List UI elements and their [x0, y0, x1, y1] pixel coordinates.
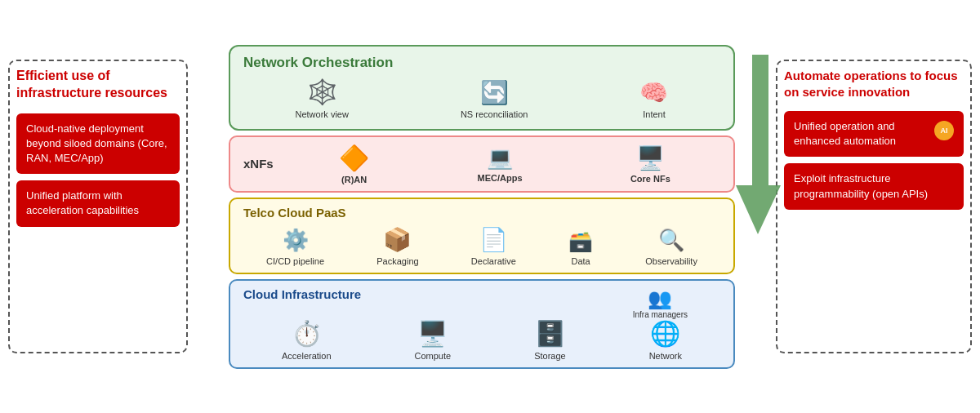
data-item: 🗃️ Data	[568, 230, 593, 266]
storage-item: 🗄️ Storage	[534, 319, 566, 361]
network-icon: 🌐	[650, 319, 680, 348]
network-label: Network	[649, 351, 682, 361]
left-box-1: Cloud-native deployment beyond siloed do…	[16, 113, 180, 175]
right-panel-title: Automate operations to focus on service …	[784, 68, 964, 100]
intent-label: Intent	[643, 109, 666, 119]
network-orchestration-title: Network Orchestration	[243, 55, 720, 71]
cicd-icon: ⚙️	[283, 228, 309, 253]
core-nfs-label: Core NFs	[630, 174, 670, 184]
declarative-item: 📄 Declarative	[471, 226, 516, 266]
declarative-icon: 📄	[479, 226, 508, 253]
right-panel: Automate operations to focus on service …	[776, 60, 972, 353]
compute-item: 🖥️ Compute	[415, 319, 452, 361]
xnfs-icons: 🔶 (R)AN 💻 MEC/Apps 🖥️ Core NFs	[289, 144, 720, 184]
right-box-2-text: Exploit infrastructure programmability (…	[794, 171, 954, 201]
ran-item: 🔶 (R)AN	[339, 144, 369, 184]
left-panel: Efficient use of infrastructure resource…	[8, 60, 188, 353]
infra-managers-icon: 👥	[648, 287, 672, 310]
svg-marker-0	[736, 55, 781, 234]
mec-label: MEC/Apps	[478, 173, 523, 183]
left-box-2: Unified platform with acceleration capab…	[16, 180, 180, 226]
right-box-1-text: Unified operation and enhanced automatio…	[794, 119, 929, 149]
cloud-infra-title: Cloud Infrastructure	[243, 287, 361, 301]
ns-reconciliation-label: NS reconciliation	[461, 109, 528, 119]
compute-label: Compute	[415, 351, 452, 361]
storage-label: Storage	[534, 351, 566, 361]
acceleration-icon: ⏱️	[292, 319, 322, 348]
packaging-item: 📦 Packaging	[376, 226, 418, 266]
data-label: Data	[571, 256, 590, 266]
telco-paas-title: Telco Cloud PaaS	[243, 206, 720, 220]
data-icon: 🗃️	[568, 230, 593, 253]
declarative-label: Declarative	[471, 256, 516, 266]
xnfs-box: xNFs 🔶 (R)AN 💻 MEC/Apps 🖥️ Core NFs	[229, 135, 735, 193]
cicd-item: ⚙️ CI/CD pipeline	[266, 228, 324, 266]
ran-label: (R)AN	[341, 175, 367, 184]
ns-reconciliation-item: 🔄 NS reconciliation	[461, 79, 528, 119]
ran-icon: 🔶	[339, 144, 369, 172]
mec-icon: 💻	[487, 145, 513, 171]
telco-icons: ⚙️ CI/CD pipeline 📦 Packaging 📄 Declarat…	[243, 226, 720, 266]
center-stack: Network Orchestration 🕸️ Network view 🔄 …	[229, 45, 735, 369]
observability-icon: 🔍	[658, 228, 684, 253]
packaging-icon: 📦	[383, 226, 412, 253]
cloud-infra-box: Cloud Infrastructure 👥 Infra managers ⏱️…	[229, 279, 735, 369]
right-box-1: Unified operation and enhanced automatio…	[784, 111, 964, 157]
infra-managers-label: Infra managers	[633, 310, 688, 319]
network-orchestration-icons: 🕸️ Network view 🔄 NS reconciliation 🧠 In…	[243, 78, 720, 119]
cicd-label: CI/CD pipeline	[266, 256, 324, 266]
big-green-arrow	[713, 55, 758, 121]
storage-icon: 🗄️	[535, 319, 565, 348]
packaging-label: Packaging	[376, 256, 418, 266]
network-orchestration-box: Network Orchestration 🕸️ Network view 🔄 …	[229, 45, 735, 131]
left-panel-title: Efficient use of infrastructure resource…	[16, 68, 180, 102]
telco-paas-box: Telco Cloud PaaS ⚙️ CI/CD pipeline 📦 Pac…	[229, 198, 735, 274]
observability-label: Observability	[645, 256, 697, 266]
observability-item: 🔍 Observability	[645, 228, 697, 266]
network-item: 🌐 Network	[649, 319, 682, 361]
intent-icon: 🧠	[639, 79, 668, 106]
core-nfs-item: 🖥️ Core NFs	[630, 144, 670, 184]
core-nfs-icon: 🖥️	[636, 144, 665, 171]
right-box-2: Exploit infrastructure programmability (…	[784, 163, 964, 209]
network-view-icon: 🕸️	[307, 78, 337, 106]
compute-icon: 🖥️	[417, 319, 448, 348]
acceleration-label: Acceleration	[282, 351, 332, 361]
xnfs-label: xNFs	[243, 157, 276, 171]
mec-item: 💻 MEC/Apps	[478, 145, 523, 183]
intent-item: 🧠 Intent	[639, 79, 668, 119]
network-view-label: Network view	[296, 109, 349, 119]
ns-reconciliation-icon: 🔄	[480, 79, 509, 106]
network-view-item: 🕸️ Network view	[296, 78, 349, 119]
acceleration-item: ⏱️ Acceleration	[282, 319, 332, 361]
main-container: Efficient use of infrastructure resource…	[0, 0, 980, 413]
ai-badge: AI	[934, 121, 954, 140]
infra-icons: ⏱️ Acceleration 🖥️ Compute 🗄️ Storage 🌐 …	[243, 319, 720, 361]
